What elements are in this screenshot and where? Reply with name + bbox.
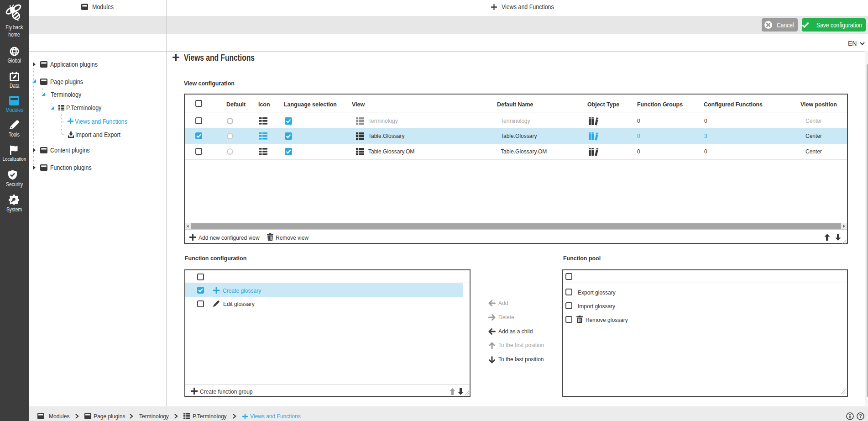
svg-text:?: ? bbox=[859, 413, 862, 419]
